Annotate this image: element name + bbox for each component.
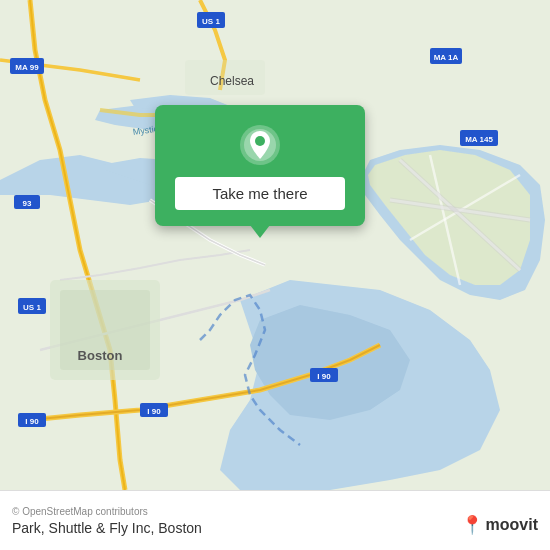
take-me-there-button[interactable]: Take me there [175, 177, 345, 210]
location-popup: Take me there [155, 105, 365, 226]
svg-text:MA 145: MA 145 [465, 135, 493, 144]
location-pin-icon [238, 123, 282, 167]
svg-text:US 1: US 1 [202, 17, 220, 26]
bottom-bar: © OpenStreetMap contributors Park, Shutt… [0, 490, 550, 550]
svg-text:I 90: I 90 [147, 407, 161, 416]
svg-text:US 1: US 1 [23, 303, 41, 312]
location-title: Park, Shuttle & Fly Inc, Boston [12, 520, 538, 536]
svg-text:Chelsea: Chelsea [210, 74, 254, 88]
svg-text:MA 99: MA 99 [15, 63, 39, 72]
svg-text:I 90: I 90 [317, 372, 331, 381]
svg-text:MA 1A: MA 1A [434, 53, 459, 62]
svg-text:Boston: Boston [78, 348, 123, 363]
svg-text:93: 93 [23, 199, 32, 208]
moovit-pin-icon: 📍 [461, 514, 483, 536]
map-attribution: © OpenStreetMap contributors [12, 506, 538, 517]
svg-text:I 90: I 90 [25, 417, 39, 426]
map-view: I 90 I 90 MA 1A MA 145 US 1 MA 99 US 1 9… [0, 0, 550, 490]
moovit-logo: 📍 moovit [461, 514, 538, 536]
moovit-label: moovit [486, 516, 538, 534]
svg-point-41 [255, 136, 265, 146]
